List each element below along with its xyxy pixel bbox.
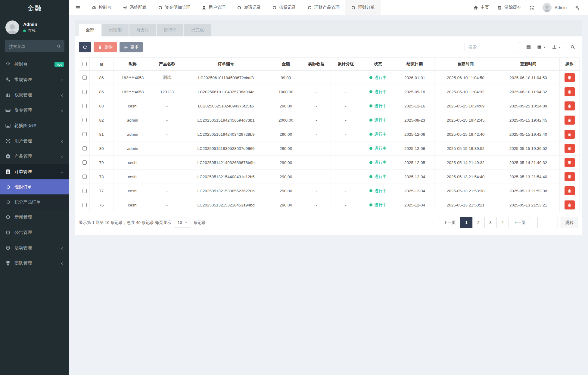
cell-id: 80 [90, 141, 114, 156]
sidebar-item-1[interactable]: 常规管理 [0, 72, 69, 87]
sidebar-item-8[interactable]: 新闻管理 [0, 209, 69, 225]
sidebar-search [5, 40, 64, 52]
cell-status: 进行中 [361, 71, 395, 85]
filter-tab-3[interactable]: 进行中 [157, 24, 183, 36]
page-button-1[interactable]: 1 [460, 217, 473, 228]
cell-actions [560, 127, 580, 141]
circle-dot-icon [5, 245, 11, 250]
row-checkbox[interactable] [82, 90, 87, 94]
status-badge: 进行中 [369, 132, 387, 137]
cell-actual_income: - [302, 85, 331, 99]
navbar-user-menu[interactable]: Admin [543, 3, 567, 12]
table-toolbar: 删除 更多 [79, 42, 578, 52]
delete-row-button[interactable] [565, 186, 575, 195]
delete-row-button[interactable] [565, 130, 575, 139]
row-checkbox[interactable] [82, 189, 87, 193]
status-dot-icon [369, 104, 372, 107]
select-all-checkbox[interactable] [82, 62, 87, 66]
sidebar-subitem-1[interactable]: 积分产品订单 [0, 194, 69, 209]
delete-row-button[interactable] [565, 144, 575, 153]
cell-amount: 290.00 [270, 156, 302, 170]
next-page-button[interactable]: 下一页 [509, 217, 530, 228]
toggle-view-button[interactable] [523, 42, 534, 52]
navbar-user-name: Admin [555, 5, 567, 10]
sidebar-item-3[interactable]: 资金管理 [0, 103, 69, 118]
delete-row-button[interactable] [565, 87, 575, 96]
advanced-search-button[interactable] [567, 42, 578, 52]
cell-actual_income: - [302, 71, 331, 85]
filter-tab-4[interactable]: 已完成 [184, 24, 211, 36]
cell-actual_income: - [302, 170, 331, 184]
sidebar-search-input[interactable] [8, 44, 57, 49]
home-link[interactable]: 主页 [474, 5, 489, 10]
topnav-tab-7[interactable]: 理财订单 [345, 0, 381, 15]
tachometer-icon [5, 62, 11, 67]
filter-tab-0[interactable]: 全部 [79, 24, 101, 36]
search-icon[interactable] [57, 44, 61, 48]
refresh-button[interactable] [79, 42, 91, 52]
sidebar-subitem-0[interactable]: 理财订单 [0, 179, 69, 194]
cell-end_date: 2025-12-06 [395, 127, 434, 141]
cell-created: 2025-05-25 10:24:09 [434, 99, 497, 113]
row-checkbox[interactable] [82, 76, 87, 80]
filter-tab-1[interactable]: 已取消 [102, 24, 129, 36]
delete-row-button[interactable] [565, 116, 575, 125]
row-checkbox[interactable] [82, 118, 87, 122]
table-search-input[interactable] [465, 42, 520, 52]
jump-button[interactable]: 跳转 [561, 217, 578, 228]
prev-page-button[interactable]: 上一页 [439, 217, 461, 228]
page-button-3[interactable]: 3 [484, 217, 497, 228]
columns-button[interactable] [534, 42, 549, 52]
row-checkbox[interactable] [82, 104, 87, 108]
sidebar-item-9[interactable]: 公告管理 [0, 225, 69, 240]
jump-page-input[interactable] [537, 217, 558, 228]
sidebar-item-6[interactable]: P产品管理 [0, 149, 69, 164]
sidebar-item-5[interactable]: 用户管理 [0, 133, 69, 149]
page-size-dropdown[interactable]: 10 [174, 218, 191, 228]
export-icon [552, 45, 557, 49]
row-checkbox[interactable] [82, 160, 87, 165]
settings-button[interactable] [575, 5, 580, 10]
topnav-tab-2[interactable]: 资金明细管理 [152, 0, 196, 15]
fullscreen-button[interactable] [530, 5, 534, 10]
topnav-tab-0[interactable]: 控制台 [86, 0, 117, 15]
export-button[interactable] [549, 42, 564, 52]
delete-row-button[interactable] [565, 73, 575, 82]
topnav-tab-5[interactable]: 借贷记录 [266, 0, 302, 15]
topnav-tab-3[interactable]: 用户管理 [196, 0, 231, 15]
filter-tab-2[interactable]: 待支付 [129, 24, 156, 36]
cell-id: 78 [90, 170, 114, 184]
cell-created: 2025-05-13 21:53:38 [434, 184, 497, 198]
more-button[interactable]: 更多 [120, 42, 143, 52]
delete-button[interactable]: 删除 [94, 42, 117, 52]
sidebar-item-7[interactable]: 订单管理 [0, 164, 69, 179]
cell-status: 进行中 [361, 85, 395, 99]
delete-row-button[interactable] [565, 101, 575, 110]
sidebar-item-4[interactable]: 轮播图管理 [0, 118, 69, 133]
row-checkbox[interactable] [82, 175, 87, 179]
sidebar-toggle-button[interactable] [69, 0, 86, 15]
page-button-4[interactable]: 4 [496, 217, 509, 228]
sidebar-item-10[interactable]: 活动管理 [0, 240, 69, 256]
row-checkbox[interactable] [82, 203, 87, 207]
sidebar-item-0[interactable]: 控制台hot [0, 57, 69, 72]
cell-end_date: 2025-12-04 [395, 184, 434, 198]
row-checkbox[interactable] [82, 146, 87, 150]
cell-product: - [152, 184, 182, 198]
delete-row-button[interactable] [565, 172, 575, 181]
sidebar-item-11[interactable]: 团队管理 [0, 256, 69, 271]
topnav-tab-4[interactable]: 邀请记录 [231, 0, 266, 15]
topnav-tab-6[interactable]: 理财产品管理 [302, 0, 345, 15]
clear-cache-link[interactable]: 清除缓存 [497, 5, 521, 10]
cell-actions [560, 113, 580, 127]
sidebar-item-2[interactable]: 权限管理 [0, 87, 69, 103]
delete-row-button[interactable] [565, 158, 575, 167]
cell-end_date: 2026-01-01 [395, 71, 434, 85]
topnav-tab-1[interactable]: 系统配置 [117, 0, 152, 15]
delete-row-button[interactable] [565, 200, 575, 209]
row-checkbox[interactable] [82, 132, 87, 136]
page-button-2[interactable]: 2 [472, 217, 485, 228]
trash-icon [568, 118, 571, 122]
cell-created: 2025-06-10 11:04:32 [434, 85, 497, 99]
user-circle-icon [5, 138, 11, 144]
